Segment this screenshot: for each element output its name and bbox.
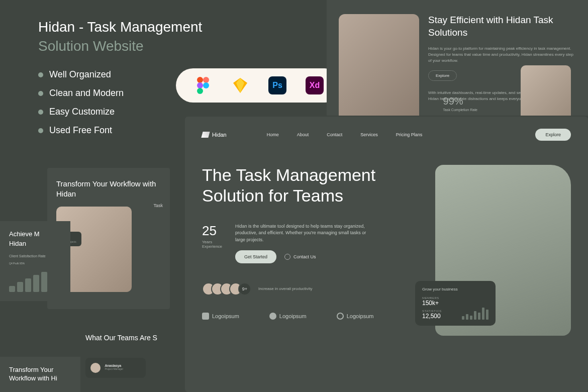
feature-item: Clean and Modern bbox=[38, 88, 124, 99]
avatar-more: 9+ bbox=[238, 282, 251, 296]
bottom-left-card: Transform Your Workflow with Hi bbox=[0, 357, 80, 392]
person-image-small bbox=[521, 65, 571, 116]
sketch-icon bbox=[231, 76, 249, 94]
explore-button[interactable]: Explore bbox=[535, 129, 571, 141]
feature-item: Well Organized bbox=[38, 69, 124, 80]
xd-icon: Xd bbox=[306, 76, 324, 94]
nav-contact[interactable]: Contact bbox=[327, 132, 342, 137]
side-label: Task bbox=[153, 203, 163, 208]
client-logo: Logoipsum bbox=[202, 313, 239, 320]
explore-button[interactable]: Explore bbox=[428, 70, 457, 81]
bottom-left-title: Transform Your Workflow with Hi bbox=[9, 366, 71, 383]
top-card-title: Stay Efficient with Hidan Task Solutions bbox=[428, 14, 576, 39]
nav-services[interactable]: Services bbox=[360, 132, 378, 137]
phone-icon bbox=[284, 254, 290, 260]
svg-point-3 bbox=[203, 82, 209, 88]
bullet-icon bbox=[38, 91, 43, 96]
stat-value: 99% bbox=[443, 95, 463, 107]
svg-point-4 bbox=[197, 88, 203, 94]
feature-text: Clean and Modern bbox=[49, 88, 124, 99]
photoshop-icon: Ps bbox=[268, 76, 286, 94]
svg-rect-7 bbox=[202, 313, 209, 320]
avatar-stack: 9+ bbox=[202, 282, 251, 296]
logo-icon bbox=[337, 313, 344, 320]
testimonial-card: AnastasyaProject Manager bbox=[85, 358, 146, 378]
years-value: 25 bbox=[202, 223, 222, 239]
brand-logo[interactable]: Hidan bbox=[202, 132, 227, 138]
contact-link[interactable]: Contact Us bbox=[284, 254, 316, 260]
feature-item: Easy Customize bbox=[38, 107, 124, 117]
feature-text: Used Free Font bbox=[49, 125, 112, 136]
promo-heading-2: Solution Website bbox=[38, 37, 202, 55]
hero-section: The Task Management Solution for Teams 2… bbox=[202, 165, 571, 336]
promo-heading-1: Hidan - Task Management bbox=[38, 18, 202, 36]
top-preview-card: Stay Efficient with Hidan Task Solutions… bbox=[327, 0, 588, 116]
nav-about[interactable]: About bbox=[297, 132, 309, 137]
stat-label: Task Completion Rate bbox=[443, 108, 477, 112]
logo-mark-icon bbox=[201, 132, 210, 138]
members-value: 150k+ bbox=[422, 300, 442, 307]
svg-point-0 bbox=[197, 77, 203, 83]
main-preview-card: Hidan Home About Contact Services Pricin… bbox=[185, 117, 588, 392]
hero-image: Grow your business MEMBERS150k+ STATISTI… bbox=[435, 165, 571, 336]
feature-item: Used Free Font bbox=[38, 125, 124, 136]
app-icons-pill: Ps Xd bbox=[176, 68, 342, 103]
contact-text: Contact Us bbox=[293, 254, 316, 259]
grow-business-card: Grow your business MEMBERS150k+ STATISTI… bbox=[415, 281, 496, 326]
svg-point-1 bbox=[203, 77, 209, 83]
social-proof: 9+ Increase in overall productivity bbox=[202, 282, 425, 296]
satisfaction-sub: Q4 Profit 95% bbox=[9, 262, 61, 265]
svg-point-2 bbox=[197, 82, 203, 88]
feature-text: Well Organized bbox=[49, 69, 111, 80]
figma-icon bbox=[194, 76, 212, 94]
client-logos: Logoipsum Logoipsum Logoipsum bbox=[202, 313, 425, 320]
left-card-title: Transform Your Workflow with Hidan bbox=[56, 179, 161, 199]
person-image bbox=[339, 14, 419, 116]
grow-title: Grow your business bbox=[422, 287, 488, 291]
svg-point-9 bbox=[337, 313, 343, 319]
get-started-button[interactable]: Get Started bbox=[235, 250, 276, 263]
bullet-icon bbox=[38, 110, 43, 115]
logo-icon bbox=[269, 313, 276, 320]
years-stat: 25 YearsExperience bbox=[202, 223, 222, 249]
brand-name: Hidan bbox=[212, 132, 227, 138]
years-label: YearsExperience bbox=[202, 240, 222, 249]
achieve-title-2: Hidan bbox=[9, 240, 61, 247]
achieve-card: Achieve M Hidan Client Satisfaction Rate… bbox=[0, 221, 70, 301]
client-logo: Logoipsum bbox=[337, 313, 374, 320]
bullet-icon bbox=[38, 72, 43, 77]
svg-point-8 bbox=[269, 313, 276, 320]
nav-links: Home About Contact Services Pricing Plan… bbox=[267, 132, 423, 137]
logo-icon bbox=[202, 313, 209, 320]
bar-chart bbox=[9, 270, 61, 292]
achieve-title-1: Achieve M bbox=[9, 230, 61, 238]
nav-home[interactable]: Home bbox=[267, 132, 279, 137]
satisfaction-label: Client Satisfaction Rate bbox=[9, 254, 61, 258]
social-text: Increase in overall productivity bbox=[258, 286, 313, 291]
hero-title: The Task Management Solution for Teams bbox=[202, 165, 425, 206]
bullet-icon bbox=[38, 128, 43, 133]
promo-title: Hidan - Task Management Solution Website bbox=[38, 18, 202, 56]
nav-pricing[interactable]: Pricing Plans bbox=[396, 132, 423, 137]
hero-description: Hidan is the ultimate tool designed to h… bbox=[235, 223, 376, 244]
feature-list: Well Organized Clean and Modern Easy Cus… bbox=[38, 69, 124, 144]
teams-heading: What Our Teams Are S bbox=[85, 334, 157, 342]
navbar: Hidan Home About Contact Services Pricin… bbox=[202, 129, 571, 141]
mini-bar-chart bbox=[462, 306, 488, 320]
testimonial-role: Project Manager bbox=[105, 367, 123, 370]
completion-stat: 99%Task Completion Rate bbox=[443, 95, 477, 112]
avatar bbox=[90, 363, 101, 373]
stats-value: 12,500 bbox=[422, 313, 442, 320]
top-card-desc: Hidan is your go-to platform for maintai… bbox=[428, 46, 576, 64]
feature-text: Easy Customize bbox=[49, 107, 115, 117]
client-logo: Logoipsum bbox=[269, 313, 307, 320]
testimonial-name: AnastasyaProject Manager bbox=[105, 364, 123, 370]
